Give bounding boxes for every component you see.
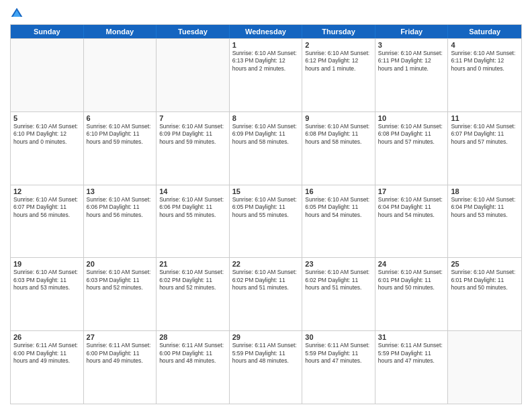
day-info: Sunrise: 6:10 AM Sunset: 6:10 PM Dayligh… <box>13 123 81 146</box>
day-number: 6 <box>87 114 154 122</box>
day-info: Sunrise: 6:10 AM Sunset: 6:01 PM Dayligh… <box>451 269 519 291</box>
day-number: 23 <box>305 260 372 268</box>
day-info: Sunrise: 6:10 AM Sunset: 6:03 PM Dayligh… <box>87 269 154 291</box>
day-cell-9: 9Sunrise: 6:10 AM Sunset: 6:08 PM Daylig… <box>302 112 375 185</box>
day-info: Sunrise: 6:10 AM Sunset: 6:04 PM Dayligh… <box>378 196 445 219</box>
day-number: 2 <box>305 41 372 49</box>
day-number: 30 <box>305 333 372 341</box>
day-number: 31 <box>378 333 445 341</box>
day-number: 4 <box>451 41 519 49</box>
day-info: Sunrise: 6:10 AM Sunset: 6:05 PM Dayligh… <box>305 196 372 219</box>
day-cell-13: 13Sunrise: 6:10 AM Sunset: 6:06 PM Dayli… <box>84 185 157 258</box>
day-number: 8 <box>232 114 300 122</box>
day-header-monday: Monday <box>84 25 157 38</box>
day-info: Sunrise: 6:11 AM Sunset: 6:00 PM Dayligh… <box>13 342 81 365</box>
day-cell-15: 15Sunrise: 6:10 AM Sunset: 6:05 PM Dayli… <box>230 185 303 258</box>
day-number: 7 <box>159 114 226 122</box>
day-cell-17: 17Sunrise: 6:10 AM Sunset: 6:04 PM Dayli… <box>375 185 449 258</box>
day-cell-25: 25Sunrise: 6:10 AM Sunset: 6:01 PM Dayli… <box>448 258 521 330</box>
day-info: Sunrise: 6:10 AM Sunset: 6:06 PM Dayligh… <box>87 196 154 219</box>
day-cell-4: 4Sunrise: 6:10 AM Sunset: 6:11 PM Daylig… <box>448 39 521 111</box>
day-cell-19: 19Sunrise: 6:10 AM Sunset: 6:03 PM Dayli… <box>11 258 84 330</box>
day-info: Sunrise: 6:11 AM Sunset: 5:59 PM Dayligh… <box>232 342 300 365</box>
day-info: Sunrise: 6:10 AM Sunset: 6:03 PM Dayligh… <box>13 269 81 291</box>
day-number: 18 <box>451 187 519 195</box>
day-number: 20 <box>87 260 154 268</box>
day-info: Sunrise: 6:10 AM Sunset: 6:07 PM Dayligh… <box>451 123 519 146</box>
day-info: Sunrise: 6:10 AM Sunset: 6:06 PM Dayligh… <box>159 196 226 219</box>
logo-icon <box>10 7 24 20</box>
day-cell-14: 14Sunrise: 6:10 AM Sunset: 6:06 PM Dayli… <box>157 185 230 258</box>
day-info: Sunrise: 6:10 AM Sunset: 6:08 PM Dayligh… <box>378 123 445 146</box>
day-info: Sunrise: 6:11 AM Sunset: 6:00 PM Dayligh… <box>87 342 154 365</box>
calendar-row-3: 12Sunrise: 6:10 AM Sunset: 6:07 PM Dayli… <box>11 185 521 258</box>
day-cell-30: 30Sunrise: 6:11 AM Sunset: 5:59 PM Dayli… <box>302 331 375 404</box>
day-cell-1: 1Sunrise: 6:10 AM Sunset: 6:13 PM Daylig… <box>230 39 303 111</box>
calendar: SundayMondayTuesdayWednesdayThursdayFrid… <box>10 24 522 404</box>
day-cell-20: 20Sunrise: 6:10 AM Sunset: 6:03 PM Dayli… <box>84 258 157 330</box>
day-info: Sunrise: 6:10 AM Sunset: 6:10 PM Dayligh… <box>87 123 154 146</box>
day-cell-11: 11Sunrise: 6:10 AM Sunset: 6:07 PM Dayli… <box>448 112 521 185</box>
day-info: Sunrise: 6:10 AM Sunset: 6:02 PM Dayligh… <box>232 269 300 291</box>
logo <box>10 7 26 20</box>
day-cell-24: 24Sunrise: 6:10 AM Sunset: 6:01 PM Dayli… <box>375 258 449 330</box>
day-number: 3 <box>378 41 445 49</box>
day-info: Sunrise: 6:10 AM Sunset: 6:01 PM Dayligh… <box>378 269 445 291</box>
day-cell-22: 22Sunrise: 6:10 AM Sunset: 6:02 PM Dayli… <box>230 258 303 330</box>
day-info: Sunrise: 6:11 AM Sunset: 6:00 PM Dayligh… <box>159 342 226 365</box>
day-number: 27 <box>87 333 154 341</box>
day-cell-empty <box>157 39 230 111</box>
day-number: 15 <box>232 187 300 195</box>
day-number: 21 <box>159 260 226 268</box>
day-header-saturday: Saturday <box>448 25 521 38</box>
header <box>10 7 522 20</box>
day-info: Sunrise: 6:10 AM Sunset: 6:09 PM Dayligh… <box>159 123 226 146</box>
day-header-wednesday: Wednesday <box>230 25 303 38</box>
calendar-row-2: 5Sunrise: 6:10 AM Sunset: 6:10 PM Daylig… <box>11 111 521 185</box>
day-cell-23: 23Sunrise: 6:10 AM Sunset: 6:02 PM Dayli… <box>302 258 375 330</box>
day-cell-empty <box>448 331 521 404</box>
day-number: 17 <box>378 187 445 195</box>
day-header-thursday: Thursday <box>302 25 375 38</box>
day-number: 13 <box>87 187 154 195</box>
calendar-row-4: 19Sunrise: 6:10 AM Sunset: 6:03 PM Dayli… <box>11 257 521 330</box>
day-info: Sunrise: 6:10 AM Sunset: 6:08 PM Dayligh… <box>305 123 372 146</box>
day-header-tuesday: Tuesday <box>157 25 230 38</box>
day-number: 12 <box>13 187 81 195</box>
day-number: 19 <box>13 260 81 268</box>
day-cell-3: 3Sunrise: 6:10 AM Sunset: 6:11 PM Daylig… <box>375 39 449 111</box>
day-cell-empty <box>84 39 157 111</box>
day-cell-16: 16Sunrise: 6:10 AM Sunset: 6:05 PM Dayli… <box>302 185 375 258</box>
day-info: Sunrise: 6:11 AM Sunset: 5:59 PM Dayligh… <box>305 342 372 365</box>
day-number: 11 <box>451 114 519 122</box>
day-number: 24 <box>378 260 445 268</box>
day-cell-8: 8Sunrise: 6:10 AM Sunset: 6:09 PM Daylig… <box>230 112 303 185</box>
day-header-sunday: Sunday <box>11 25 84 38</box>
day-info: Sunrise: 6:10 AM Sunset: 6:04 PM Dayligh… <box>451 196 519 219</box>
day-info: Sunrise: 6:10 AM Sunset: 6:11 PM Dayligh… <box>451 50 519 73</box>
day-info: Sunrise: 6:10 AM Sunset: 6:07 PM Dayligh… <box>13 196 81 219</box>
day-number: 28 <box>159 333 226 341</box>
day-number: 1 <box>232 41 300 49</box>
day-cell-2: 2Sunrise: 6:10 AM Sunset: 6:12 PM Daylig… <box>302 39 375 111</box>
day-header-friday: Friday <box>375 25 449 38</box>
page: SundayMondayTuesdayWednesdayThursdayFrid… <box>0 0 532 411</box>
day-cell-21: 21Sunrise: 6:10 AM Sunset: 6:02 PM Dayli… <box>157 258 230 330</box>
day-cell-12: 12Sunrise: 6:10 AM Sunset: 6:07 PM Dayli… <box>11 185 84 258</box>
day-number: 5 <box>13 114 81 122</box>
day-info: Sunrise: 6:11 AM Sunset: 5:59 PM Dayligh… <box>378 342 445 365</box>
day-cell-7: 7Sunrise: 6:10 AM Sunset: 6:09 PM Daylig… <box>157 112 230 185</box>
day-info: Sunrise: 6:10 AM Sunset: 6:09 PM Dayligh… <box>232 123 300 146</box>
day-number: 29 <box>232 333 300 341</box>
day-cell-empty <box>11 39 84 111</box>
calendar-row-5: 26Sunrise: 6:11 AM Sunset: 6:00 PM Dayli… <box>11 330 521 404</box>
day-cell-6: 6Sunrise: 6:10 AM Sunset: 6:10 PM Daylig… <box>84 112 157 185</box>
day-cell-5: 5Sunrise: 6:10 AM Sunset: 6:10 PM Daylig… <box>11 112 84 185</box>
day-number: 10 <box>378 114 445 122</box>
day-info: Sunrise: 6:10 AM Sunset: 6:02 PM Dayligh… <box>159 269 226 291</box>
day-info: Sunrise: 6:10 AM Sunset: 6:12 PM Dayligh… <box>305 50 372 73</box>
day-info: Sunrise: 6:10 AM Sunset: 6:02 PM Dayligh… <box>305 269 372 291</box>
day-cell-28: 28Sunrise: 6:11 AM Sunset: 6:00 PM Dayli… <box>157 331 230 404</box>
day-cell-26: 26Sunrise: 6:11 AM Sunset: 6:00 PM Dayli… <box>11 331 84 404</box>
day-number: 22 <box>232 260 300 268</box>
